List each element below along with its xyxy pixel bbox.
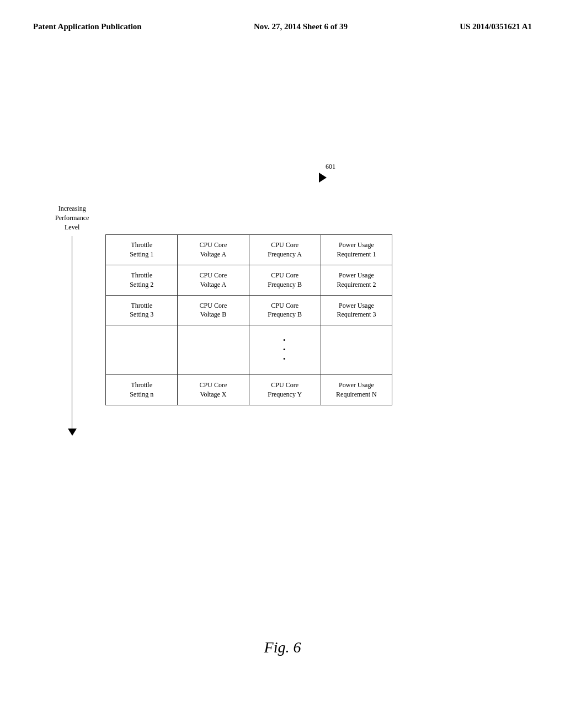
- power-usage-req-2: Power UsageRequirement 2: [321, 265, 392, 295]
- dots-col-3: •••: [249, 325, 321, 375]
- table-row: ThrottleSetting 2 CPU CoreVoltage A CPU …: [106, 265, 392, 295]
- arrow-down-icon: [68, 429, 77, 436]
- header-right: US 2014/0351621 A1: [460, 22, 532, 31]
- header-left: Patent Application Publication: [33, 22, 142, 31]
- throttle-setting-3: ThrottleSetting 3: [106, 295, 178, 325]
- power-usage-req-n: Power UsageRequirement N: [321, 375, 392, 405]
- dots-col-2: [178, 325, 249, 375]
- arrow-right-icon: [319, 173, 327, 183]
- ref-number-601: 601: [326, 163, 335, 171]
- performance-level-indicator: Increasing Performance Level: [55, 204, 89, 436]
- power-usage-req-1: Power UsageRequirement 1: [321, 235, 392, 265]
- power-usage-req-3: Power UsageRequirement 3: [321, 295, 392, 325]
- throttle-setting-2: ThrottleSetting 2: [106, 265, 178, 295]
- cpu-core-frequency-a: CPU CoreFrequency A: [249, 235, 321, 265]
- cpu-core-voltage-b: CPU CoreVoltage B: [178, 295, 249, 325]
- diagram-container: Increasing Performance Level ThrottleSet…: [55, 204, 392, 436]
- header-middle: Nov. 27, 2014 Sheet 6 of 39: [254, 22, 348, 31]
- ellipsis-row: •••: [106, 325, 392, 375]
- cpu-core-voltage-a-1: CPU CoreVoltage A: [178, 235, 249, 265]
- cpu-core-frequency-b-3: CPU CoreFrequency B: [249, 295, 321, 325]
- throttle-setting-n: ThrottleSetting n: [106, 375, 178, 405]
- cpu-core-voltage-x: CPU CoreVoltage X: [178, 375, 249, 405]
- throttle-settings-table: ThrottleSetting 1 CPU CoreVoltage A CPU …: [105, 234, 392, 405]
- cpu-core-frequency-b-2: CPU CoreFrequency B: [249, 265, 321, 295]
- patent-header: Patent Application Publication Nov. 27, …: [0, 22, 565, 31]
- cpu-core-frequency-y: CPU CoreFrequency Y: [249, 375, 321, 405]
- vertical-line: [72, 236, 72, 429]
- dots-col-4: [321, 325, 392, 375]
- table-row: ThrottleSetting n CPU CoreVoltage X CPU …: [106, 375, 392, 405]
- table-row: ThrottleSetting 1 CPU CoreVoltage A CPU …: [106, 235, 392, 265]
- throttle-setting-1: ThrottleSetting 1: [106, 235, 178, 265]
- table-row: ThrottleSetting 3 CPU CoreVoltage B CPU …: [106, 295, 392, 325]
- dots-col-1: [106, 325, 178, 375]
- perf-arrow-wrapper: [68, 236, 77, 436]
- cpu-core-voltage-a-2: CPU CoreVoltage A: [178, 265, 249, 295]
- figure-label: Fig. 6: [264, 639, 301, 656]
- perf-level-text: Increasing Performance Level: [55, 204, 89, 232]
